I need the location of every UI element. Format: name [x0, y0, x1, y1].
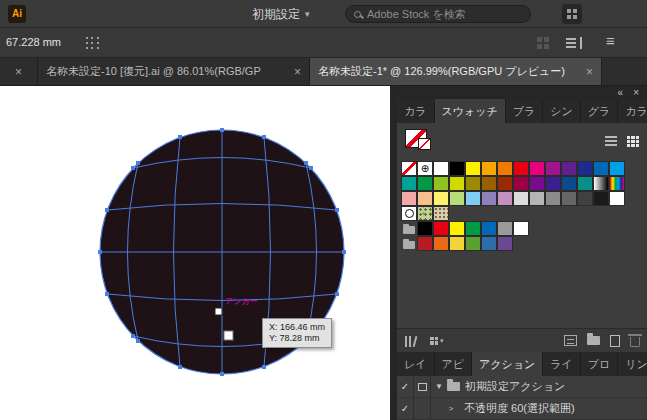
tab-swatches[interactable]: スウォッチ	[435, 99, 506, 123]
tab-links[interactable]: リン	[618, 352, 647, 376]
artboard-canvas[interactable]: アンカー X: 166.46 mm Y: 78.28 mm	[0, 86, 390, 420]
workspace-switcher[interactable]: 初期設定 ▾	[252, 0, 310, 28]
swatch-c[interactable]	[465, 221, 481, 236]
swatch-c[interactable]	[609, 191, 625, 206]
transform-value-field[interactable]: 67.228 mm	[6, 36, 61, 48]
swatch-c[interactable]	[433, 236, 449, 251]
swatch-c[interactable]	[561, 161, 577, 176]
tab-libraries[interactable]: ライ	[543, 352, 581, 376]
action-toggle-check[interactable]: ✓	[397, 398, 414, 419]
panel-dock-toggle-icon[interactable]	[566, 37, 582, 49]
swatch-reg[interactable]: ⊕	[417, 161, 433, 176]
swatch-c[interactable]	[497, 176, 513, 191]
close-dock-icon[interactable]: ×	[633, 86, 639, 99]
tab-actions[interactable]: アクション	[472, 352, 543, 376]
swatch-c[interactable]	[577, 161, 593, 176]
swatch-pat1[interactable]	[417, 206, 433, 221]
swatch-c[interactable]	[449, 191, 465, 206]
swatch-none[interactable]	[401, 161, 417, 176]
tab-gradient[interactable]: グラ	[581, 99, 619, 123]
swatch-c[interactable]	[401, 176, 417, 191]
delete-swatch-icon[interactable]	[630, 337, 640, 347]
swatch-c[interactable]	[513, 221, 529, 236]
swatch-c[interactable]	[529, 161, 545, 176]
swatch-c[interactable]	[481, 221, 497, 236]
swatch-pat2[interactable]	[433, 206, 449, 221]
swatch-c[interactable]	[593, 161, 609, 176]
swatch-c[interactable]	[561, 191, 577, 206]
swatch-c[interactable]	[417, 236, 433, 251]
action-row[interactable]: ✓ > 不透明度 60(選択範囲)	[397, 398, 647, 420]
swatch-c[interactable]	[433, 161, 449, 176]
swatch-c[interactable]	[481, 191, 497, 206]
swatch-c[interactable]	[497, 221, 513, 236]
document-tab-active[interactable]: 名称未設定-1* @ 126.99%(RGB/GPU プレビュー) ×	[310, 58, 602, 85]
control-bar-menu-icon[interactable]: ≡	[606, 32, 615, 49]
swatch-c[interactable]	[497, 191, 513, 206]
swatch-c[interactable]	[481, 236, 497, 251]
reference-point-icon[interactable]	[86, 37, 100, 50]
document-tab-partial[interactable]: ×	[0, 58, 38, 85]
dialog-toggle-cell[interactable]	[414, 398, 431, 419]
arrange-documents-icon[interactable]	[562, 4, 582, 24]
swatch-c[interactable]	[433, 221, 449, 236]
tab-color-guide[interactable]: カラー	[618, 99, 647, 123]
swatch-c[interactable]	[513, 176, 529, 191]
expander-icon[interactable]: ▼	[431, 382, 447, 391]
swatch-c[interactable]	[545, 161, 561, 176]
swatch-c[interactable]	[545, 176, 561, 191]
close-tab-icon[interactable]: ×	[294, 65, 301, 79]
swatch-c[interactable]	[497, 161, 513, 176]
swatch-c[interactable]	[449, 221, 465, 236]
hovered-anchor-point[interactable]	[215, 308, 222, 315]
swatch-c[interactable]	[529, 191, 545, 206]
swatch-gbw[interactable]	[593, 176, 609, 191]
close-tab-icon[interactable]: ×	[586, 65, 593, 79]
swatch-c[interactable]	[449, 236, 465, 251]
swatch-c[interactable]	[417, 176, 433, 191]
swatch-c[interactable]	[433, 191, 449, 206]
swatch-c[interactable]	[577, 191, 593, 206]
stroke-none-swatch[interactable]	[418, 138, 431, 150]
tab-properties[interactable]: プロ	[581, 352, 619, 376]
close-tab-icon[interactable]: ×	[15, 65, 22, 79]
color-group-folder-icon[interactable]	[401, 221, 417, 236]
swatch-c[interactable]	[449, 161, 465, 176]
swatch-c[interactable]	[513, 191, 529, 206]
swatch-c[interactable]	[545, 191, 561, 206]
swatch-c[interactable]	[417, 191, 433, 206]
grid-view-icon[interactable]	[627, 136, 639, 147]
color-group-folder-icon[interactable]	[401, 236, 417, 251]
swatch-c[interactable]	[465, 176, 481, 191]
tab-appearance[interactable]: アピ	[435, 352, 473, 376]
swatch-c[interactable]	[433, 176, 449, 191]
swatch-c[interactable]	[465, 161, 481, 176]
swatch-ring[interactable]	[401, 206, 417, 221]
selected-sphere-artwork[interactable]	[0, 86, 390, 420]
swatch-c[interactable]	[513, 161, 529, 176]
app-logo-icon[interactable]: Ai	[8, 5, 26, 23]
stock-search-input[interactable]: Adobe Stock を検索	[345, 5, 531, 23]
swatch-libraries-icon[interactable]	[404, 335, 420, 347]
swatch-kinds-icon[interactable]: ▾	[430, 337, 444, 345]
tab-layers[interactable]: レイ	[397, 352, 435, 376]
list-view-icon[interactable]	[605, 136, 617, 146]
swatch-c[interactable]	[577, 176, 593, 191]
document-tab-inactive[interactable]: 名称未設定-10 [復元].ai @ 86.01%(RGB/GP ×	[38, 58, 310, 85]
swatch-c[interactable]	[609, 161, 625, 176]
tab-symbols[interactable]: シン	[543, 99, 581, 123]
swatch-options-icon[interactable]	[564, 335, 577, 346]
swatch-c[interactable]	[465, 191, 481, 206]
document-arrange-icon[interactable]	[537, 37, 549, 49]
swatch-c[interactable]	[481, 161, 497, 176]
swatch-c[interactable]	[401, 191, 417, 206]
action-set-row[interactable]: ✓ ▼ 初期設定アクション	[397, 376, 647, 398]
swatch-c[interactable]	[417, 221, 433, 236]
collapse-panels-icon[interactable]: «	[618, 86, 624, 99]
tab-color[interactable]: カラ	[397, 99, 435, 123]
swatch-c[interactable]	[465, 236, 481, 251]
dialog-toggle-cell[interactable]	[414, 376, 431, 397]
swatch-grb[interactable]	[609, 176, 625, 191]
swatch-c[interactable]	[481, 176, 497, 191]
new-swatch-icon[interactable]	[610, 335, 620, 347]
